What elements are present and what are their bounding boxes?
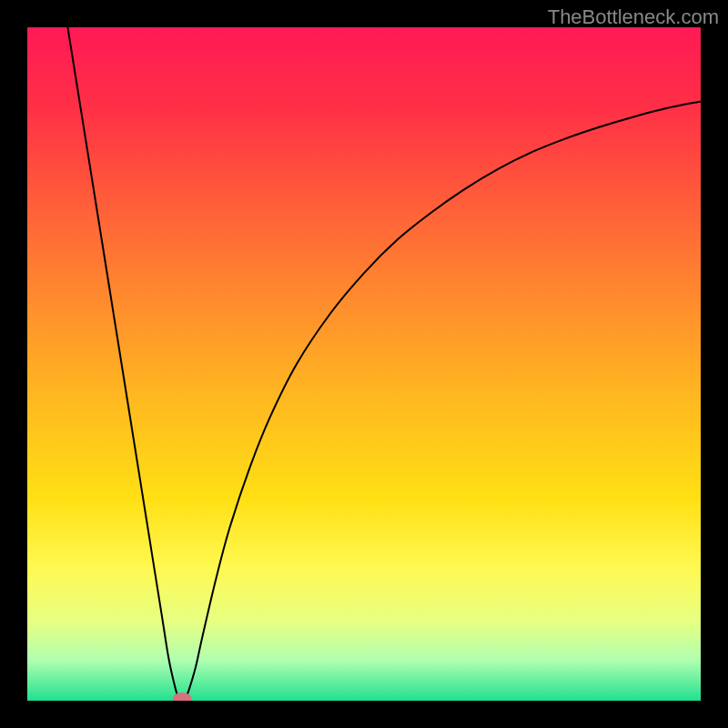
bottleneck-chart xyxy=(27,27,701,701)
gradient-background xyxy=(27,27,701,701)
watermark-text: TheBottleneck.com xyxy=(548,5,719,29)
plot-area xyxy=(27,27,701,701)
chart-container: TheBottleneck.com xyxy=(0,0,728,728)
